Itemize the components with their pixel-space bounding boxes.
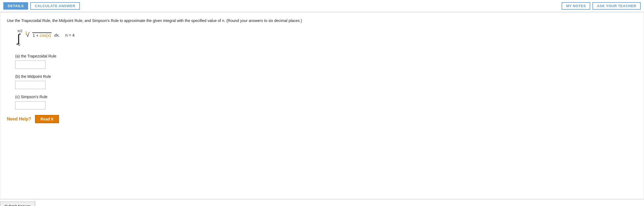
need-help-label: Need Help?	[7, 117, 31, 122]
part-b-label: (b) the Midpoint Rule	[15, 74, 637, 79]
part-a-label: (a) the Trapezoidal Rule	[15, 54, 637, 58]
part-a-input[interactable]	[15, 61, 45, 69]
top-bar-left: DETAILS CALCULATE ANSWER	[3, 2, 80, 10]
cos-x: cos(x)	[40, 33, 51, 38]
tab-details[interactable]: DETAILS	[3, 2, 28, 10]
tab-calculate-answer[interactable]: CALCULATE ANSWER	[30, 2, 80, 10]
read-it-button[interactable]: Read It	[35, 115, 59, 123]
integrand: 3 √ 1 + cos(x) dx, n = 4	[23, 31, 74, 39]
part-c-input[interactable]	[15, 101, 45, 109]
top-bar: DETAILS CALCULATE ANSWER MY NOTES ASK YO…	[0, 0, 644, 12]
tab-ask-teacher[interactable]: ASK YOUR TEACHER	[592, 2, 641, 10]
bottom-divider	[35, 199, 35, 206]
main-content: Use the Trapezoidal Rule, the Midpoint R…	[0, 12, 644, 199]
n-equals: n = 4	[65, 33, 75, 37]
radicand: 1 + cos(x)	[32, 32, 52, 38]
tab-my-notes[interactable]: MY NOTES	[562, 2, 590, 10]
integral-lower: 0	[18, 43, 20, 47]
integral-block: π/2 ∫ 0 3 √ 1 + cos(x) dx, n = 4	[15, 29, 637, 48]
integral-upper: π/2	[17, 29, 22, 33]
top-bar-right: MY NOTES ASK YOUR TEACHER	[562, 2, 641, 10]
integral-sign: ∫	[17, 32, 20, 44]
dx-part: dx,	[54, 33, 60, 37]
submit-answer-button[interactable]: Submit Answer	[0, 202, 35, 206]
part-b-input[interactable]	[15, 81, 45, 89]
need-help-section: Need Help? Read It	[7, 115, 637, 123]
bottom-bar: Submit Answer	[0, 199, 644, 206]
problem-statement: Use the Trapezoidal Rule, the Midpoint R…	[7, 18, 637, 24]
part-c-label: (c) Simpson's Rule	[15, 95, 637, 99]
radical-sign: √	[26, 31, 29, 39]
integral-symbol-group: π/2 ∫ 0	[15, 29, 20, 48]
